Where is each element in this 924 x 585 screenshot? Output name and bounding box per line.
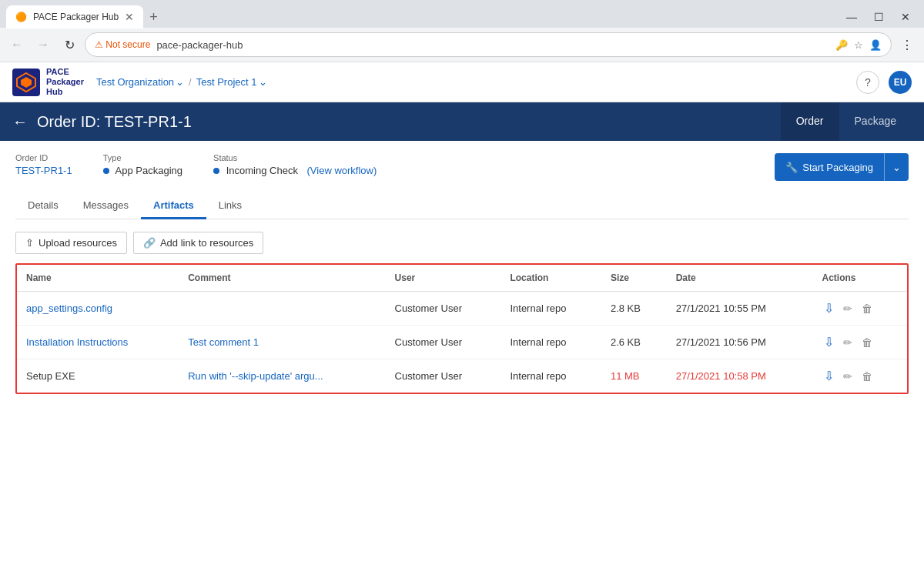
logo-text: PACE Packager Hub [46, 67, 84, 98]
view-workflow-link[interactable]: (View workflow) [307, 165, 377, 176]
back-nav-button[interactable]: ← [6, 34, 28, 55]
tab-order[interactable]: Order [781, 102, 839, 141]
table-row: app_settings.config Customer User Intern… [17, 292, 907, 326]
status-value: Incoming Check (View workflow) [213, 165, 377, 176]
breadcrumb-separator: / [189, 76, 192, 88]
cell-actions: ⇩ ✏ 🗑 [813, 326, 907, 359]
artifacts-table-wrapper: Name Comment User Location Size Date Act… [15, 263, 909, 394]
cell-name: Setup EXE [17, 359, 179, 393]
cell-location: Internal repo [500, 326, 601, 359]
back-button[interactable]: ← [12, 113, 28, 131]
cell-user: Customer User [386, 326, 501, 359]
edit-button[interactable]: ✏ [842, 335, 854, 350]
extensions-button[interactable]: ⋮ [896, 34, 918, 55]
new-tab-button[interactable]: + [143, 6, 164, 28]
header-right: ? EU [856, 71, 912, 94]
cell-name[interactable]: Installation Instructions [17, 326, 179, 359]
browser-tab-active[interactable]: 🟠 PACE Packager Hub ✕ [6, 5, 143, 28]
table-header: Name Comment User Location Size Date Act… [17, 265, 907, 292]
table-row: Installation Instructions Test comment 1… [17, 326, 907, 359]
cell-size: 2.6 KB [601, 326, 667, 359]
download-button[interactable]: ⇩ [822, 299, 835, 317]
page-tab-bar: Order Package [781, 102, 912, 141]
tab-details[interactable]: Details [15, 193, 71, 219]
packaging-icon: 🔧 [785, 162, 798, 173]
add-link-button[interactable]: 🔗 Add link to resources [133, 232, 263, 254]
tab-close-button[interactable]: ✕ [125, 11, 134, 23]
cell-name[interactable]: app_settings.config [17, 292, 179, 326]
meta-status: Status Incoming Check (View workflow) [213, 153, 377, 176]
cell-comment: Run with '--skip-update' argu... [179, 359, 385, 393]
security-warning: ⚠ Not secure [95, 39, 150, 50]
trash-icon: 🗑 [862, 370, 872, 383]
breadcrumb-project[interactable]: Test Project 1 ⌄ [196, 76, 267, 88]
tab-artifacts[interactable]: Artifacts [141, 193, 206, 219]
artifacts-table: Name Comment User Location Size Date Act… [17, 265, 907, 393]
col-user: User [386, 265, 501, 292]
cell-date: 27/1/2021 10:58 PM [667, 359, 813, 393]
meta-order-id: Order ID TEST-PR1-1 [15, 153, 72, 176]
edit-icon: ✏ [843, 303, 852, 315]
cell-size: 11 MB [601, 359, 667, 393]
cell-actions: ⇩ ✏ 🗑 [813, 359, 907, 393]
col-name: Name [17, 265, 179, 292]
download-icon: ⇩ [824, 369, 834, 383]
link-icon: 🔗 [143, 237, 156, 249]
download-button[interactable]: ⇩ [822, 333, 835, 351]
account-icon[interactable]: 👤 [869, 39, 882, 51]
url-display[interactable]: pace-packager-hub [156, 39, 829, 51]
delete-button[interactable]: 🗑 [860, 301, 874, 316]
type-label: Type [103, 153, 182, 162]
bookmark-icon[interactable]: ☆ [854, 39, 863, 51]
close-window-button[interactable]: ✕ [893, 8, 918, 26]
download-button[interactable]: ⇩ [822, 367, 835, 385]
start-packaging-label: 🔧 Start Packaging [775, 155, 884, 179]
cell-comment: Test comment 1 [179, 326, 385, 359]
sub-tab-bar: Details Messages Artifacts Links [15, 193, 909, 219]
cell-date: 27/1/2021 10:56 PM [667, 326, 813, 359]
edit-icon: ✏ [843, 370, 852, 383]
forward-nav-button[interactable]: → [32, 34, 54, 55]
key-icon: 🔑 [835, 39, 848, 51]
chevron-down-icon: ⌄ [259, 76, 267, 88]
download-icon: ⇩ [824, 302, 834, 315]
edit-button[interactable]: ✏ [842, 301, 854, 316]
status-label: Status [213, 153, 377, 162]
user-avatar[interactable]: EU [889, 71, 912, 94]
upload-resources-button[interactable]: ⇧ Upload resources [15, 232, 127, 254]
breadcrumb: Test Organization ⌄ / Test Project 1 ⌄ [96, 76, 267, 88]
cell-location: Internal repo [500, 359, 601, 393]
type-status-dot [103, 168, 109, 174]
window-controls: — ☐ ✕ [839, 8, 918, 26]
cell-size: 2.8 KB [601, 292, 667, 326]
help-button[interactable]: ? [856, 71, 879, 94]
content-area: Order ID TEST-PR1-1 Type App Packaging S… [0, 141, 924, 406]
type-value: App Packaging [103, 165, 182, 176]
maximize-button[interactable]: ☐ [866, 8, 892, 26]
tab-links[interactable]: Links [206, 193, 254, 219]
col-location: Location [500, 265, 601, 292]
col-actions: Actions [813, 265, 907, 292]
refresh-button[interactable]: ↻ [59, 34, 80, 55]
cell-user: Customer User [386, 359, 501, 393]
delete-button[interactable]: 🗑 [860, 369, 874, 384]
browser-tab-bar: 🟠 PACE Packager Hub ✕ + — ☐ ✕ [0, 0, 924, 28]
tab-messages[interactable]: Messages [71, 193, 141, 219]
minimize-button[interactable]: — [839, 8, 865, 26]
order-metadata: Order ID TEST-PR1-1 Type App Packaging S… [15, 153, 909, 181]
col-size: Size [601, 265, 667, 292]
edit-button[interactable]: ✏ [842, 369, 854, 384]
order-id-value[interactable]: TEST-PR1-1 [15, 165, 72, 176]
cell-actions: ⇩ ✏ 🗑 [813, 292, 907, 326]
start-packaging-button[interactable]: 🔧 Start Packaging ⌄ [775, 153, 909, 181]
order-id-label: Order ID [15, 153, 72, 162]
app-header: PACE Packager Hub Test Organization ⌄ / … [0, 62, 924, 102]
meta-type: Type App Packaging [103, 153, 182, 176]
trash-icon: 🗑 [862, 303, 872, 315]
chevron-down-icon: ⌄ [176, 76, 184, 88]
tab-favicon: 🟠 [15, 12, 27, 22]
breadcrumb-org[interactable]: Test Organization ⌄ [96, 76, 184, 88]
tab-package[interactable]: Package [839, 102, 912, 141]
delete-button[interactable]: 🗑 [860, 335, 874, 350]
dropdown-arrow[interactable]: ⌄ [885, 155, 909, 179]
